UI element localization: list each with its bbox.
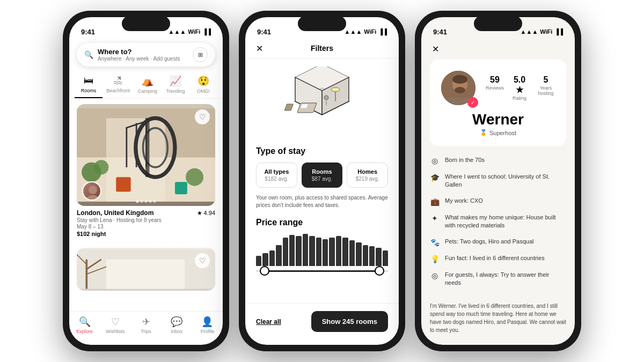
svg-point-32 <box>331 87 340 92</box>
svg-rect-10 <box>175 182 187 194</box>
clear-all-button[interactable]: Clear all <box>256 318 281 326</box>
range-handle-right[interactable] <box>375 266 384 276</box>
svg-rect-30 <box>284 104 293 110</box>
cat-beachfront[interactable]: 🏖 Beachfront <box>103 72 134 98</box>
superhost-label: 🏅 Superhost <box>480 129 516 136</box>
listing-card-1[interactable]: ♡ <box>77 104 215 240</box>
svg-rect-12 <box>136 123 137 167</box>
pets-icon: 🐾 <box>430 238 440 247</box>
host-avatar-wrap: ✓ <box>440 69 477 107</box>
fact-text: Fun fact: I lived in 6 different countri… <box>445 254 545 262</box>
type-all[interactable]: All types $182 avg. <box>256 162 297 188</box>
school-text: Where I went to school: University of St… <box>445 173 566 189</box>
home-text: What makes my home unique: House built w… <box>445 213 566 230</box>
phone-home: 9:41 ▲▲▲ WiFi ▐▐ 🔍 Where to? Anywhere · … <box>63 11 229 351</box>
superhost-icon: 🏅 <box>480 129 487 136</box>
type-rooms[interactable]: Rooms $87 avg. <box>302 162 343 188</box>
time-1: 9:41 <box>81 28 95 36</box>
room-illustration <box>245 58 399 139</box>
filter-button[interactable]: ⊞ <box>193 47 208 62</box>
wishlist-button-2[interactable]: ♡ <box>195 253 210 268</box>
histogram-bar <box>309 236 314 266</box>
info-fact: 💡 Fun fact: I lived in 6 different count… <box>430 250 566 267</box>
profile-close-button[interactable]: ✕ <box>432 44 439 54</box>
dynamic-island-3 <box>474 16 522 31</box>
histogram-bar <box>356 242 361 266</box>
tab-profile[interactable]: 👤 Profile <box>192 316 223 334</box>
svg-point-8 <box>186 168 203 186</box>
phone-profile: 9:41 ▲▲▲ WiFi ▐▐ ✕ <box>415 11 581 351</box>
info-home: ✦ What makes my home unique: House built… <box>430 210 566 234</box>
host-stats: 59 Reviews 5.0 ★ Rating 5 Years hosting <box>486 75 557 101</box>
home-icon: ✦ <box>430 214 440 223</box>
histogram-bar <box>342 238 348 266</box>
price-range-slider[interactable] <box>256 270 388 272</box>
type-rooms-price: $87 avg. <box>305 176 339 182</box>
superhost-text: Superhost <box>489 130 516 136</box>
svg-point-15 <box>89 186 97 194</box>
histogram-bar <box>363 245 368 266</box>
type-all-label: All types <box>260 168 294 175</box>
type-description: Your own room, plus access to shared spa… <box>256 194 388 209</box>
tab-trips[interactable]: ✈ Trips <box>130 316 161 334</box>
histogram-bar <box>349 240 355 266</box>
filter-header: ✕ Filters <box>245 41 399 58</box>
svg-rect-11 <box>126 128 127 167</box>
svg-rect-18 <box>106 260 185 289</box>
show-rooms-button[interactable]: Show 245 rooms <box>311 311 388 332</box>
status-icons-2: ▲▲▲ WiFi ▐▐ <box>345 28 387 35</box>
price-histogram <box>256 234 388 266</box>
listings-scroll: ♡ <box>69 99 223 311</box>
status-icons-3: ▲▲▲ WiFi ▐▐ <box>521 28 563 35</box>
svg-point-7 <box>94 160 108 174</box>
listing-rating-1: ★ 4.94 <box>197 210 215 217</box>
host-card: ✓ 59 Reviews 5.0 ★ Rating 5 Y <box>430 60 566 146</box>
listing-dates-1: May 8 – 13 <box>77 224 215 230</box>
time-2: 9:41 <box>257 28 271 36</box>
range-handle-left[interactable] <box>260 266 269 276</box>
cat-camping[interactable]: ⛺ Camping <box>134 72 162 98</box>
type-buttons: All types $182 avg. Rooms $87 avg. Homes… <box>256 162 388 188</box>
type-homes-price: $219 avg. <box>350 176 384 182</box>
svg-rect-13 <box>145 118 147 167</box>
tab-wishlists[interactable]: ♡ Wishlists <box>100 316 130 334</box>
superhost-badge: ✓ <box>467 97 478 108</box>
dynamic-island <box>122 16 170 31</box>
type-homes[interactable]: Homes $219 avg. <box>347 162 388 188</box>
tab-explore[interactable]: 🔍 Explore <box>69 316 100 334</box>
stat-years: 5 Years hosting <box>535 75 557 101</box>
type-stay-label: Type of stay <box>256 146 388 156</box>
histogram-bar <box>303 234 308 266</box>
image-dots-1 <box>136 200 156 203</box>
info-work: 💼 My work: CXO <box>430 193 566 210</box>
info-guests: ◎ For guests, I always: Try to answer th… <box>430 267 566 291</box>
phones-container: 9:41 ▲▲▲ WiFi ▐▐ 🔍 Where to? Anywhere · … <box>52 0 592 362</box>
cat-trending[interactable]: 📈 Trending <box>162 72 189 98</box>
status-icons-1: ▲▲▲ WiFi ▐▐ <box>169 28 211 35</box>
cat-omg[interactable]: 😲 OMG! <box>189 72 217 98</box>
histogram-bar <box>323 239 328 266</box>
work-icon: 💼 <box>430 197 440 206</box>
fact-icon: 💡 <box>430 255 440 263</box>
phone-filters: 9:41 ▲▲▲ WiFi ▐▐ ✕ Filters <box>239 11 405 351</box>
type-homes-label: Homes <box>350 168 384 175</box>
histogram-bar <box>276 245 281 266</box>
listing-image-1: ♡ <box>77 104 215 206</box>
tab-inbox[interactable]: 💬 Inbox <box>162 316 192 334</box>
stat-reviews: 59 Reviews <box>486 75 504 101</box>
listing-info-1: London, United Kingdom ★ 4.94 Stay with … <box>77 206 215 240</box>
pets-text: Pets: Two dogs, Hiro and Pasqual <box>445 238 534 246</box>
filter-footer: Clear all Show 245 rooms <box>245 303 399 345</box>
reviews-count: 59 <box>486 75 504 85</box>
wishlist-button-1[interactable]: ♡ <box>195 109 210 124</box>
school-icon: 🎓 <box>430 173 440 182</box>
cat-rooms[interactable]: 🛏 Rooms <box>75 72 103 98</box>
histogram-bar <box>256 256 261 266</box>
search-icon: 🔍 <box>84 50 93 59</box>
svg-point-37 <box>452 75 467 84</box>
guests-icon: ◎ <box>430 271 440 280</box>
search-bar[interactable]: 🔍 Where to? Anywhere · Any week · Add gu… <box>77 43 215 67</box>
rating-label: Rating <box>511 95 528 101</box>
listing-card-2[interactable]: ♡ <box>77 248 215 291</box>
filter-close-button[interactable]: ✕ <box>256 43 263 54</box>
